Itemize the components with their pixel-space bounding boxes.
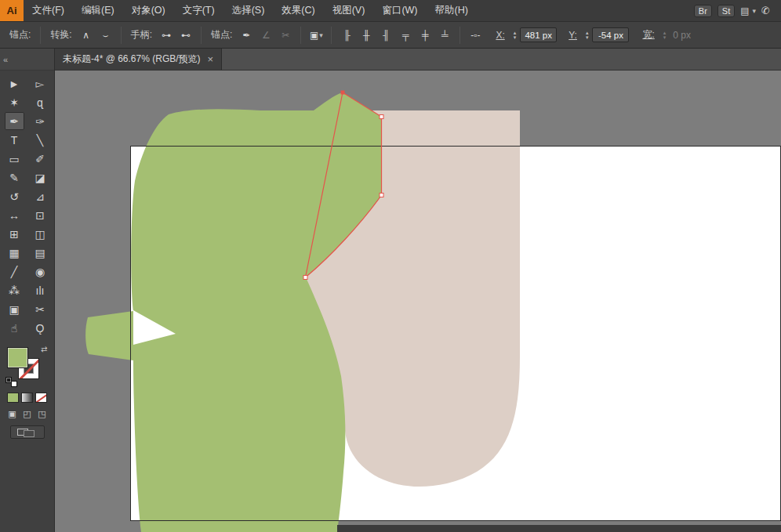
menu-object[interactable]: 对象(O) bbox=[123, 0, 174, 21]
width-label[interactable]: 宽: bbox=[639, 28, 657, 42]
paint-mode-row bbox=[0, 393, 54, 403]
free-transform-tool[interactable]: ⊡ bbox=[31, 206, 50, 224]
menu-file[interactable]: 文件(F) bbox=[24, 0, 73, 21]
selection-tool[interactable]: ► bbox=[5, 74, 24, 92]
show-handles-button[interactable]: ⊶ bbox=[158, 27, 175, 43]
menu-select[interactable]: 选择(S) bbox=[223, 0, 274, 21]
default-colors-icon[interactable] bbox=[5, 377, 17, 387]
align-bottom-button[interactable]: ╧ bbox=[436, 27, 453, 43]
symbol-sprayer-tool[interactable]: ⁂ bbox=[5, 281, 24, 299]
close-icon[interactable]: × bbox=[208, 54, 214, 64]
align-h-center-button[interactable]: ╫ bbox=[358, 27, 375, 43]
y-stepper[interactable]: ▴▾ bbox=[586, 31, 589, 40]
align-right-button[interactable]: ╢ bbox=[377, 27, 394, 43]
default-fill-chip bbox=[5, 377, 12, 383]
handles-label: 手柄: bbox=[128, 28, 155, 42]
document-tab-title: 未标题-4* @ 66.67% (RGB/预览) bbox=[63, 52, 201, 66]
divider bbox=[121, 27, 122, 44]
anchor-title-label: 锚点: bbox=[6, 28, 34, 42]
scale-tool[interactable]: ⊿ bbox=[31, 187, 50, 205]
cut-path-button[interactable]: ✂ bbox=[277, 27, 294, 43]
magic-wand-tool[interactable]: ✶ bbox=[5, 93, 24, 111]
x-input[interactable]: 481 px bbox=[520, 27, 557, 42]
width-value: 0 px bbox=[670, 30, 694, 41]
zoom-tool[interactable]: Ǫ bbox=[31, 319, 50, 337]
pencil-tool[interactable]: ✎ bbox=[5, 168, 24, 186]
swap-colors-icon[interactable]: ⇄ bbox=[41, 346, 47, 353]
paintbrush-tool[interactable]: ✐ bbox=[31, 150, 50, 168]
draw-inside-button[interactable]: ◳ bbox=[36, 408, 49, 419]
none-mode-button[interactable] bbox=[35, 393, 47, 403]
workspace: « ► ▻ ✶ ɋ ✒ ✑ T ╲ ▭ ✐ ✎ ◪ ↺ ⊿ ↔ ⊡ ⊞ ◫ bbox=[0, 49, 781, 532]
gradient-tool[interactable]: ▤ bbox=[31, 244, 50, 262]
line-segment-tool[interactable]: ╲ bbox=[31, 131, 50, 149]
workspace-switcher-button[interactable]: ▤ ▾ bbox=[740, 5, 756, 16]
menu-effect[interactable]: 效果(C) bbox=[273, 0, 323, 21]
gradient-mode-button[interactable] bbox=[21, 393, 33, 403]
width-tool[interactable]: ↔ bbox=[5, 206, 24, 224]
eyedropper-tool[interactable]: ╱ bbox=[5, 262, 24, 280]
align-to-artboard-button[interactable]: ▣ ▾ bbox=[307, 27, 325, 43]
convert-to-smooth-button[interactable]: ⌣ bbox=[97, 27, 114, 43]
transform-reference-icon: -▫- bbox=[467, 27, 484, 43]
draw-normal-button[interactable]: ▣ bbox=[6, 408, 19, 419]
fill-swatch[interactable] bbox=[7, 347, 28, 368]
width-stepper: ▴▾ bbox=[663, 31, 667, 40]
x-stepper[interactable]: ▴▾ bbox=[514, 31, 517, 40]
app-logo: Ai bbox=[0, 0, 24, 21]
menu-view[interactable]: 视图(V) bbox=[324, 0, 374, 21]
curvature-tool[interactable]: ✑ bbox=[31, 112, 50, 130]
type-tool[interactable]: T bbox=[5, 131, 24, 149]
bridge-button[interactable]: Br bbox=[694, 5, 712, 17]
canvas[interactable] bbox=[55, 71, 781, 532]
perspective-grid-tool[interactable]: ◫ bbox=[31, 225, 50, 243]
align-left-button[interactable]: ╟ bbox=[338, 27, 355, 43]
lasso-tool[interactable]: ɋ bbox=[31, 93, 50, 111]
menu-bar: Ai 文件(F) 编辑(E) 对象(O) 文字(T) 选择(S) 效果(C) 视… bbox=[0, 0, 781, 22]
stepper-down-icon: ▾ bbox=[514, 35, 517, 40]
convert-to-corner-button[interactable]: ∧ bbox=[78, 27, 95, 43]
hide-handles-button[interactable]: ⊷ bbox=[177, 27, 194, 43]
menu-window[interactable]: 窗口(W) bbox=[373, 0, 426, 21]
pen-tool[interactable]: ✒ bbox=[5, 112, 24, 130]
convert-label: 转换: bbox=[47, 28, 74, 42]
align-v-center-button[interactable]: ╪ bbox=[416, 27, 434, 43]
artboard-tool[interactable]: ▣ bbox=[5, 300, 24, 318]
blend-tool[interactable]: ◉ bbox=[31, 262, 50, 280]
anchor-point[interactable] bbox=[380, 194, 383, 197]
eraser-tool[interactable]: ◪ bbox=[31, 168, 50, 186]
menu-type[interactable]: 文字(T) bbox=[174, 0, 223, 21]
align-top-button[interactable]: ╤ bbox=[397, 27, 414, 43]
slice-tool[interactable]: ✂ bbox=[31, 300, 50, 318]
draw-behind-button[interactable]: ◰ bbox=[21, 408, 34, 419]
color-mode-button[interactable] bbox=[7, 393, 19, 403]
workspace-icon: ▤ bbox=[740, 5, 749, 16]
hand-tool[interactable]: ☝ bbox=[5, 319, 24, 337]
rotate-tool[interactable]: ↺ bbox=[5, 187, 24, 205]
direct-selection-tool[interactable]: ▻ bbox=[31, 74, 50, 92]
menu-edit[interactable]: 编辑(E) bbox=[73, 0, 123, 21]
screen-mode-button[interactable] bbox=[10, 425, 45, 439]
screen-mode-icon bbox=[24, 430, 35, 437]
remove-anchor-button[interactable]: ✒ bbox=[238, 27, 255, 43]
stock-button[interactable]: St bbox=[717, 5, 735, 17]
x-label[interactable]: X: bbox=[492, 30, 507, 41]
column-graph-tool[interactable]: ılı bbox=[31, 281, 50, 299]
y-input[interactable]: -54 px bbox=[592, 27, 629, 42]
collapse-panel-button[interactable]: « bbox=[3, 55, 8, 64]
menu-help[interactable]: 帮助(H) bbox=[427, 0, 477, 21]
illustrator-window: Ai 文件(F) 编辑(E) 对象(O) 文字(T) 选择(S) 效果(C) 视… bbox=[0, 0, 781, 532]
bottom-strip bbox=[337, 525, 781, 532]
mesh-tool[interactable]: ▦ bbox=[5, 244, 24, 262]
share-icon[interactable]: ✆ bbox=[761, 5, 770, 16]
anchor-point-selected[interactable] bbox=[341, 91, 345, 95]
y-label[interactable]: Y: bbox=[565, 30, 580, 41]
anchor-point[interactable] bbox=[380, 115, 383, 119]
rectangle-tool[interactable]: ▭ bbox=[5, 150, 24, 168]
connect-path-button[interactable]: ∠ bbox=[257, 27, 274, 43]
anchor-point[interactable] bbox=[303, 276, 307, 280]
chevron-down-icon: ▾ bbox=[753, 7, 757, 15]
shape-builder-tool[interactable]: ⊞ bbox=[5, 225, 24, 243]
draw-mode-row: ▣ ◰ ◳ bbox=[0, 408, 54, 419]
document-tab[interactable]: 未标题-4* @ 66.67% (RGB/预览) × bbox=[55, 49, 222, 70]
